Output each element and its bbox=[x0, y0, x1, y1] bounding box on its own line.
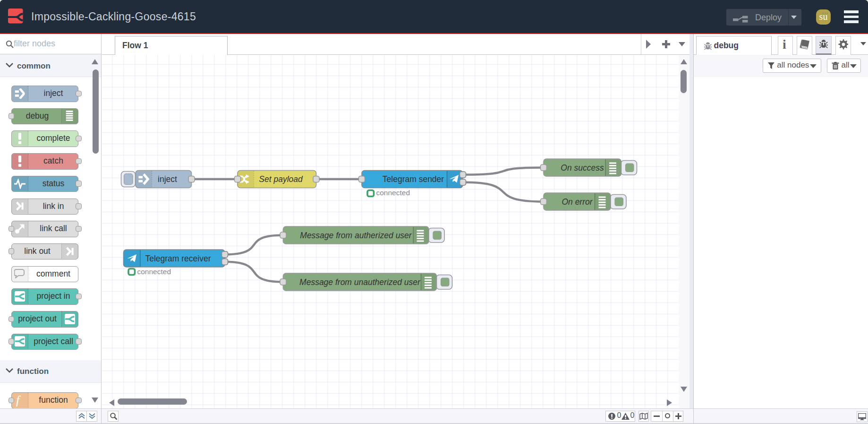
svg-text:i: i bbox=[783, 38, 786, 51]
svg-text:f: f bbox=[16, 394, 21, 407]
